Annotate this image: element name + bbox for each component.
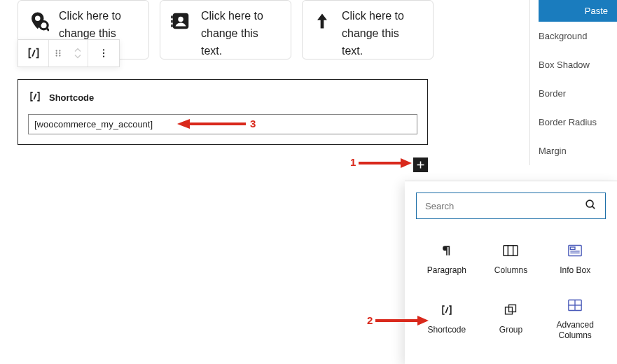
add-block-button[interactable] [413, 158, 428, 172]
card-text[interactable]: Click here to change this [59, 8, 139, 43]
location-pin-icon [28, 10, 49, 34]
svg-rect-25 [504, 246, 518, 256]
sidebar-item-border[interactable]: Border [530, 79, 617, 108]
annotation-arrow-2 [375, 314, 429, 327]
move-up-down[interactable] [67, 40, 88, 66]
block-inserter-popover: Paragraph Columns Info Box Shortcode Gro… [405, 181, 617, 364]
svg-point-9 [56, 52, 57, 54]
block-label: Shortcode [427, 325, 466, 336]
block-grid: Paragraph Columns Info Box Shortcode Gro… [416, 234, 606, 349]
sidebar-item-margin[interactable]: Margin [530, 136, 617, 165]
annotation-label-2: 2 [367, 314, 373, 326]
annotation-label-1: 1 [350, 156, 356, 168]
block-item-group[interactable]: Group [480, 289, 542, 349]
svg-point-13 [59, 55, 60, 56]
shortcode-icon [440, 301, 454, 319]
advanced-columns-icon [568, 296, 582, 314]
annotation-label-3: 3 [250, 118, 256, 130]
chevron-down-icon[interactable] [74, 54, 81, 59]
svg-point-11 [59, 50, 60, 51]
paste-button[interactable]: Paste [539, 0, 617, 22]
info-card[interactable]: Click here to change this text. [302, 0, 434, 59]
sidebar-item-box-shadow[interactable]: Box Shadow [530, 50, 617, 79]
svg-line-24 [592, 206, 595, 209]
svg-point-15 [103, 52, 104, 54]
block-label: Columns [494, 265, 527, 276]
more-options-icon[interactable] [88, 40, 119, 66]
svg-point-8 [56, 50, 57, 51]
group-icon [504, 301, 518, 319]
shortcode-title: Shortcode [49, 92, 94, 103]
shortcode-icon [28, 90, 42, 106]
block-item-paragraph[interactable]: Paragraph [416, 234, 478, 284]
svg-point-10 [56, 55, 57, 56]
contact-card-icon [170, 10, 191, 34]
svg-point-16 [103, 56, 104, 57]
block-item-info-box[interactable]: Info Box [544, 234, 606, 284]
arrow-up-icon [312, 10, 332, 34]
block-item-columns[interactable]: Columns [480, 234, 542, 284]
svg-rect-7 [171, 24, 173, 27]
search-icon[interactable] [585, 199, 597, 213]
block-toolbar [18, 39, 120, 67]
style-sidebar: Paste Background Box Shadow Border Borde… [529, 0, 617, 165]
sidebar-item-border-radius[interactable]: Border Radius [530, 108, 617, 136]
block-label: Info Box [560, 265, 590, 276]
svg-rect-29 [570, 247, 575, 249]
block-search-input[interactable] [425, 201, 585, 211]
svg-point-23 [586, 200, 593, 207]
shortcode-header: Shortcode [28, 90, 417, 106]
svg-rect-5 [171, 16, 173, 19]
card-text[interactable]: Click here to change this text. [342, 8, 423, 59]
drag-handle-icon[interactable] [49, 40, 67, 66]
svg-rect-6 [171, 20, 173, 23]
shortcode-block-icon[interactable] [18, 40, 49, 66]
block-label: Advanced Columns [547, 320, 603, 342]
svg-point-12 [59, 52, 60, 54]
info-box-icon [568, 241, 582, 260]
columns-icon [503, 241, 518, 260]
svg-line-2 [46, 28, 49, 31]
block-item-advanced-columns[interactable]: Advanced Columns [544, 289, 606, 349]
annotation-arrow-1 [359, 157, 412, 169]
svg-point-4 [178, 17, 183, 22]
search-wrap [416, 192, 606, 219]
block-label: Group [499, 325, 522, 336]
svg-marker-20 [401, 158, 412, 168]
sidebar-item-background[interactable]: Background [530, 22, 617, 50]
paragraph-icon [440, 241, 454, 260]
annotation-arrow-3 [177, 118, 246, 130]
svg-point-14 [103, 49, 104, 50]
shortcode-block[interactable]: Shortcode [18, 79, 428, 145]
info-card[interactable]: Click here to change this text. [160, 0, 291, 59]
chevron-up-icon[interactable] [74, 48, 81, 52]
svg-marker-38 [417, 316, 429, 326]
card-text[interactable]: Click here to change this text. [201, 8, 281, 59]
svg-marker-22 [177, 119, 190, 129]
block-label: Paragraph [427, 265, 466, 276]
